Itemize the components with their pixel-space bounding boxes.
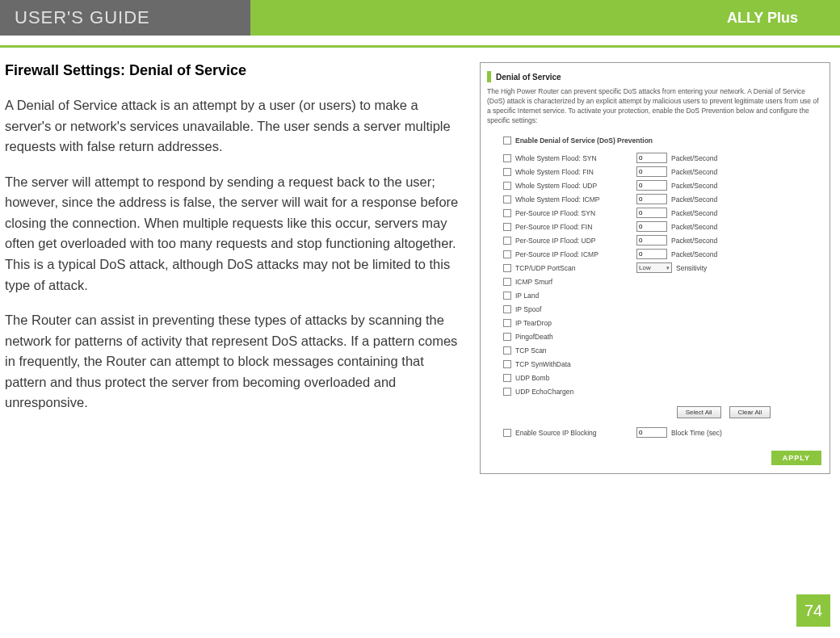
- simple-row: IP TearDrop: [503, 317, 823, 329]
- portscan-row: TCP/UDP PortScan Low ▾ Sensitivity: [503, 262, 823, 275]
- portscan-select[interactable]: Low ▾: [636, 262, 672, 273]
- simple-checkbox[interactable]: [503, 305, 511, 313]
- flood-value[interactable]: [636, 166, 667, 177]
- flood-value[interactable]: [636, 249, 667, 259]
- simple-label: IP Land: [515, 292, 636, 300]
- simple-row: UDP Bomb: [503, 371, 823, 384]
- flood-row: Whole System Flood: FINPacket/Second: [503, 166, 823, 178]
- product-label: ALLY Plus: [719, 0, 840, 36]
- flood-value[interactable]: [636, 221, 667, 232]
- content-area: Firewall Settings: Denial of Service A D…: [0, 48, 840, 474]
- source-ip-unit: Block Time (sec): [671, 429, 722, 437]
- flood-value[interactable]: [636, 194, 667, 204]
- simple-row: PingofDeath: [503, 330, 823, 343]
- flood-checkbox[interactable]: [503, 182, 511, 190]
- simple-label: IP TearDrop: [515, 319, 636, 327]
- flood-label: Whole System Flood: UDP: [515, 182, 636, 190]
- flood-unit: Packet/Second: [671, 237, 717, 245]
- flood-label: Whole System Flood: SYN: [515, 154, 636, 162]
- enable-dos-label: Enable Denial of Service (DoS) Preventio…: [515, 136, 823, 145]
- simple-checkbox[interactable]: [503, 333, 511, 341]
- flood-row: Per-Source IP Flood: SYNPacket/Second: [503, 207, 823, 220]
- panel-title-row: Denial of Service: [487, 71, 823, 82]
- flood-checkbox[interactable]: [503, 250, 511, 258]
- apply-button[interactable]: APPLY: [771, 451, 821, 465]
- flood-row: Per-Source IP Flood: FINPacket/Second: [503, 220, 823, 233]
- flood-row: Per-Source IP Flood: UDPPacket/Second: [503, 234, 823, 247]
- left-column: Firewall Settings: Denial of Service A D…: [5, 62, 465, 474]
- simple-label: UDP EchoChargen: [515, 388, 636, 396]
- apply-wrap: APPLY: [771, 451, 821, 465]
- simple-label: IP Spoof: [515, 305, 636, 313]
- panel-description: The High Power Router can prevent specif…: [487, 87, 823, 126]
- simple-row: TCP Scan: [503, 344, 823, 357]
- paragraph-2: The server will attempt to respond by se…: [5, 172, 465, 296]
- flood-checkbox[interactable]: [503, 223, 511, 231]
- simple-checkbox[interactable]: [503, 346, 511, 355]
- flood-label: Whole System Flood: ICMP: [515, 195, 636, 204]
- flood-unit: Packet/Second: [671, 182, 717, 190]
- simple-label: UDP Bomb: [515, 374, 636, 382]
- guide-label: USER'S GUIDE: [0, 0, 250, 36]
- flood-unit: Packet/Second: [671, 209, 717, 217]
- panel-title-bar-icon: [487, 71, 491, 82]
- flood-unit: Packet/Second: [671, 195, 717, 204]
- flood-checkbox[interactable]: [503, 209, 511, 217]
- portscan-label: TCP/UDP PortScan: [515, 264, 636, 272]
- flood-checkbox[interactable]: [503, 195, 511, 204]
- simple-row: TCP SynWithData: [503, 358, 823, 371]
- panel-form: Enable Denial of Service (DoS) Preventio…: [487, 134, 823, 439]
- paragraph-3: The Router can assist in preventing thes…: [5, 310, 465, 413]
- flood-row: Whole System Flood: UDPPacket/Second: [503, 179, 823, 192]
- simple-row: IP Spoof: [503, 303, 823, 316]
- source-ip-value[interactable]: [636, 427, 667, 438]
- flood-unit: Packet/Second: [671, 168, 717, 176]
- portscan-checkbox[interactable]: [503, 264, 511, 272]
- simple-row: UDP EchoChargen: [503, 385, 823, 398]
- page-title: Firewall Settings: Denial of Service: [5, 62, 465, 79]
- flood-checkbox[interactable]: [503, 168, 511, 176]
- source-ip-label: Enable Source IP Blocking: [515, 429, 636, 437]
- panel-title: Denial of Service: [496, 73, 561, 82]
- select-all-button[interactable]: Select All: [677, 406, 721, 418]
- flood-label: Per-Source IP Flood: ICMP: [515, 250, 636, 258]
- portscan-select-value: Low: [639, 264, 651, 271]
- flood-value[interactable]: [636, 180, 667, 191]
- flood-label: Whole System Flood: FIN: [515, 168, 636, 176]
- simple-label: TCP Scan: [515, 346, 636, 355]
- simple-row: IP Land: [503, 289, 823, 302]
- portscan-unit: Sensitivity: [676, 264, 707, 272]
- simple-checkbox[interactable]: [503, 388, 511, 396]
- dos-panel: Denial of Service The High Power Router …: [480, 62, 830, 474]
- flood-label: Per-Source IP Flood: SYN: [515, 209, 636, 217]
- flood-label: Per-Source IP Flood: UDP: [515, 237, 636, 245]
- simple-label: TCP SynWithData: [515, 360, 636, 368]
- flood-value[interactable]: [636, 208, 667, 218]
- header-bar: USER'S GUIDE ALLY Plus: [0, 0, 840, 36]
- simple-checkbox[interactable]: [503, 374, 511, 382]
- simple-checkbox[interactable]: [503, 360, 511, 368]
- simple-checkbox[interactable]: [503, 319, 511, 327]
- simple-checkbox[interactable]: [503, 292, 511, 300]
- flood-value[interactable]: [636, 153, 667, 163]
- enable-dos-checkbox[interactable]: [503, 136, 511, 145]
- source-ip-checkbox[interactable]: [503, 429, 511, 437]
- flood-checkbox[interactable]: [503, 154, 511, 162]
- enable-dos-row: Enable Denial of Service (DoS) Preventio…: [503, 134, 823, 147]
- flood-checkbox[interactable]: [503, 237, 511, 245]
- flood-value[interactable]: [636, 235, 667, 246]
- flood-label: Per-Source IP Flood: FIN: [515, 223, 636, 231]
- flood-row: Per-Source IP Flood: ICMPPacket/Second: [503, 248, 823, 261]
- clear-all-button[interactable]: Clear All: [729, 406, 771, 418]
- simple-row: ICMP Smurf: [503, 275, 823, 288]
- header-spacer: [250, 0, 719, 36]
- simple-checkbox[interactable]: [503, 278, 511, 286]
- flood-unit: Packet/Second: [671, 250, 717, 258]
- flood-unit: Packet/Second: [671, 154, 717, 162]
- button-row: Select All Clear All: [624, 406, 823, 418]
- source-ip-row: Enable Source IP Blocking Block Time (se…: [503, 426, 823, 439]
- page-number: 74: [796, 594, 830, 627]
- simple-label: ICMP Smurf: [515, 278, 636, 286]
- simple-label: PingofDeath: [515, 333, 636, 341]
- chevron-down-icon: ▾: [666, 265, 670, 271]
